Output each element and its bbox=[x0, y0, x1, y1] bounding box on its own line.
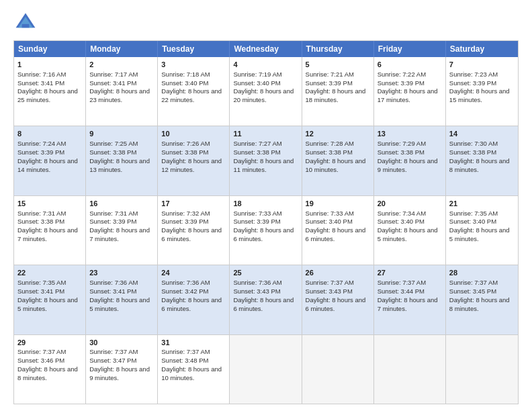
sunset-text: Sunset: 3:38 PM bbox=[233, 148, 280, 156]
sunset-text: Sunset: 3:38 PM bbox=[89, 148, 136, 156]
sunset-text: Sunset: 3:39 PM bbox=[17, 148, 64, 156]
calendar: SundayMondayTuesdayWednesdayThursdayFrid… bbox=[13, 40, 519, 404]
day-cell-21: 21Sunrise: 7:35 AMSunset: 3:40 PMDayligh… bbox=[446, 196, 518, 265]
page: SundayMondayTuesdayWednesdayThursdayFrid… bbox=[0, 0, 532, 411]
sunrise-text: Sunrise: 7:25 AM bbox=[89, 140, 138, 147]
daylight-text: Daylight: 8 hours and 6 minutes. bbox=[233, 226, 294, 242]
sunrise-text: Sunrise: 7:35 AM bbox=[449, 210, 498, 217]
daylight-text: Daylight: 8 hours and 8 minutes. bbox=[449, 157, 510, 173]
daylight-text: Daylight: 8 hours and 9 minutes. bbox=[89, 365, 150, 381]
daylight-text: Daylight: 8 hours and 10 minutes. bbox=[306, 157, 366, 173]
sunset-text: Sunset: 3:40 PM bbox=[449, 218, 496, 225]
day-number: 15 bbox=[17, 199, 82, 209]
sunset-text: Sunset: 3:38 PM bbox=[17, 218, 64, 225]
sunrise-text: Sunrise: 7:35 AM bbox=[17, 279, 66, 286]
day-cell-16: 16Sunrise: 7:31 AMSunset: 3:39 PMDayligh… bbox=[86, 196, 158, 265]
day-cell-22: 22Sunrise: 7:35 AMSunset: 3:41 PMDayligh… bbox=[14, 265, 86, 334]
day-cell-30: 30Sunrise: 7:37 AMSunset: 3:47 PMDayligh… bbox=[86, 335, 158, 404]
day-number: 17 bbox=[161, 199, 226, 209]
day-number: 25 bbox=[233, 268, 298, 278]
day-number: 29 bbox=[17, 338, 82, 348]
daylight-text: Daylight: 8 hours and 13 minutes. bbox=[89, 157, 150, 173]
header bbox=[13, 11, 519, 35]
day-cell-25: 25Sunrise: 7:36 AMSunset: 3:43 PMDayligh… bbox=[230, 265, 302, 334]
day-cell-19: 19Sunrise: 7:33 AMSunset: 3:40 PMDayligh… bbox=[302, 196, 374, 265]
sunset-text: Sunset: 3:48 PM bbox=[161, 357, 208, 364]
daylight-text: Daylight: 8 hours and 6 minutes. bbox=[306, 226, 366, 242]
logo-icon bbox=[13, 11, 38, 35]
day-number: 30 bbox=[89, 338, 154, 348]
day-cell-18: 18Sunrise: 7:33 AMSunset: 3:39 PMDayligh… bbox=[230, 196, 302, 265]
daylight-text: Daylight: 8 hours and 25 minutes. bbox=[17, 87, 78, 103]
day-number: 14 bbox=[449, 129, 515, 139]
sunset-text: Sunset: 3:47 PM bbox=[89, 357, 136, 364]
daylight-text: Daylight: 8 hours and 6 minutes. bbox=[306, 296, 366, 312]
sunrise-text: Sunrise: 7:19 AM bbox=[233, 71, 281, 78]
day-number: 23 bbox=[89, 268, 154, 278]
calendar-row-1: 1Sunrise: 7:16 AMSunset: 3:41 PMDaylight… bbox=[14, 57, 518, 126]
day-number: 22 bbox=[17, 268, 82, 278]
day-number: 21 bbox=[449, 199, 515, 209]
daylight-text: Daylight: 8 hours and 23 minutes. bbox=[89, 87, 150, 103]
sunrise-text: Sunrise: 7:26 AM bbox=[161, 140, 210, 147]
day-number: 27 bbox=[378, 268, 442, 278]
sunset-text: Sunset: 3:40 PM bbox=[306, 218, 353, 225]
day-cell-15: 15Sunrise: 7:31 AMSunset: 3:38 PMDayligh… bbox=[14, 196, 86, 265]
header-day-wednesday: Wednesday bbox=[230, 41, 302, 57]
day-number: 3 bbox=[161, 60, 226, 70]
daylight-text: Daylight: 8 hours and 7 minutes. bbox=[17, 226, 78, 242]
day-number: 6 bbox=[378, 60, 442, 70]
day-number: 10 bbox=[161, 129, 226, 139]
header-day-thursday: Thursday bbox=[302, 41, 374, 57]
day-number: 4 bbox=[233, 60, 298, 70]
sunset-text: Sunset: 3:41 PM bbox=[17, 79, 64, 87]
day-cell-3: 3Sunrise: 7:18 AMSunset: 3:40 PMDaylight… bbox=[158, 57, 230, 126]
day-cell-9: 9Sunrise: 7:25 AMSunset: 3:38 PMDaylight… bbox=[86, 126, 158, 195]
sunset-text: Sunset: 3:39 PM bbox=[449, 79, 496, 87]
sunrise-text: Sunrise: 7:31 AM bbox=[17, 210, 66, 217]
sunset-text: Sunset: 3:40 PM bbox=[161, 79, 208, 87]
sunrise-text: Sunrise: 7:37 AM bbox=[449, 279, 498, 286]
day-number: 31 bbox=[161, 338, 226, 348]
header-day-monday: Monday bbox=[86, 41, 158, 57]
sunset-text: Sunset: 3:41 PM bbox=[89, 287, 136, 295]
sunset-text: Sunset: 3:38 PM bbox=[449, 148, 496, 156]
day-cell-28: 28Sunrise: 7:37 AMSunset: 3:45 PMDayligh… bbox=[446, 265, 518, 334]
daylight-text: Daylight: 8 hours and 10 minutes. bbox=[161, 365, 222, 381]
daylight-text: Daylight: 8 hours and 14 minutes. bbox=[17, 157, 78, 173]
header-day-friday: Friday bbox=[374, 41, 446, 57]
day-number: 2 bbox=[89, 60, 154, 70]
sunset-text: Sunset: 3:40 PM bbox=[378, 218, 425, 225]
calendar-row-5: 29Sunrise: 7:37 AMSunset: 3:46 PMDayligh… bbox=[14, 335, 518, 404]
day-cell-20: 20Sunrise: 7:34 AMSunset: 3:40 PMDayligh… bbox=[374, 196, 446, 265]
sunrise-text: Sunrise: 7:24 AM bbox=[17, 140, 66, 147]
daylight-text: Daylight: 8 hours and 12 minutes. bbox=[161, 157, 222, 173]
empty-cell bbox=[302, 335, 374, 404]
sunset-text: Sunset: 3:41 PM bbox=[89, 79, 136, 87]
calendar-body: 1Sunrise: 7:16 AMSunset: 3:41 PMDaylight… bbox=[14, 57, 518, 404]
sunset-text: Sunset: 3:39 PM bbox=[378, 79, 425, 87]
sunset-text: Sunset: 3:39 PM bbox=[161, 218, 208, 225]
daylight-text: Daylight: 8 hours and 5 minutes. bbox=[378, 226, 438, 242]
sunset-text: Sunset: 3:40 PM bbox=[233, 79, 280, 87]
daylight-text: Daylight: 8 hours and 6 minutes. bbox=[161, 226, 222, 242]
day-cell-26: 26Sunrise: 7:37 AMSunset: 3:43 PMDayligh… bbox=[302, 265, 374, 334]
day-number: 9 bbox=[89, 129, 154, 139]
day-cell-13: 13Sunrise: 7:29 AMSunset: 3:38 PMDayligh… bbox=[374, 126, 446, 195]
sunrise-text: Sunrise: 7:21 AM bbox=[306, 71, 354, 78]
day-number: 11 bbox=[233, 129, 298, 139]
sunrise-text: Sunrise: 7:37 AM bbox=[17, 348, 66, 355]
sunrise-text: Sunrise: 7:28 AM bbox=[306, 140, 354, 147]
calendar-header: SundayMondayTuesdayWednesdayThursdayFrid… bbox=[14, 41, 518, 57]
sunrise-text: Sunrise: 7:31 AM bbox=[89, 210, 138, 217]
daylight-text: Daylight: 8 hours and 11 minutes. bbox=[233, 157, 294, 173]
day-number: 26 bbox=[306, 268, 370, 278]
sunrise-text: Sunrise: 7:17 AM bbox=[89, 71, 138, 78]
sunrise-text: Sunrise: 7:16 AM bbox=[17, 71, 66, 78]
day-number: 18 bbox=[233, 199, 298, 209]
svg-rect-2 bbox=[22, 24, 30, 28]
day-cell-24: 24Sunrise: 7:36 AMSunset: 3:42 PMDayligh… bbox=[158, 265, 230, 334]
sunrise-text: Sunrise: 7:33 AM bbox=[306, 210, 354, 217]
day-cell-5: 5Sunrise: 7:21 AMSunset: 3:39 PMDaylight… bbox=[302, 57, 374, 126]
day-number: 19 bbox=[306, 199, 370, 209]
